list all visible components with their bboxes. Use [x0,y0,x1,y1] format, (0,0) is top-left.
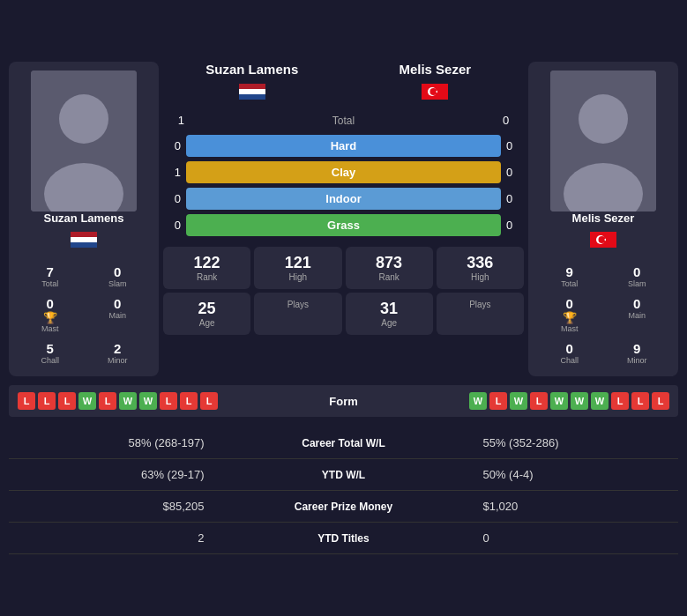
svg-rect-3 [71,232,97,237]
rank-high-row: 122 Rank 121 High 25 Age [163,247,524,335]
left-high-box: 121 High [254,247,341,289]
right-form: WLWLWWWLLL [379,392,670,410]
left-career-wl: 58% (268-197) [9,427,217,459]
right-titles: 0 [470,523,678,554]
left-form: LLLWLWWLLL [18,392,309,410]
left-indoor-val: 0 [163,192,181,205]
total-row: 1 Total 0 [163,114,524,127]
indoor-row: 0 Indoor 0 [163,188,524,210]
left-titles: 2 [9,523,217,554]
form-badge-w: W [78,392,96,410]
prize-row: $85,205 Career Prize Money $1,020 [9,491,678,523]
left-flag-center-icon [239,84,265,100]
left-mast-stat: 0 🏆 Mast [18,293,83,336]
form-badge-w: W [510,392,527,410]
form-badge-l: L [58,392,76,410]
left-player-stats: 7 Total 0 Slam 0 🏆 Mast 0 Main [18,262,150,367]
right-clay-val: 0 [506,166,524,179]
form-section-wrapper: LLLWLWWLLL Form WLWLWWWLLL [0,385,687,422]
right-total-stat: 9 Total [537,262,602,291]
right-slam-stat: 0 Slam [605,262,670,291]
form-badge-w: W [591,392,609,410]
right-player-name: Melis Sezer [572,212,635,225]
form-badge-l: L [18,392,35,410]
left-name-header: Suzan Lamens [163,62,341,77]
svg-rect-7 [239,89,265,94]
svg-point-14 [579,94,628,144]
left-rank-box: 122 Rank [163,247,250,289]
left-rh-section: 122 Rank 121 High [163,247,342,289]
left-main-stat: 0 Main [86,293,151,336]
left-ytd-wl: 63% (29-17) [9,459,217,491]
player-names-row: Suzan Lamens Melis Sezer [163,62,524,77]
right-hard-val: 0 [506,139,524,152]
form-badge-w: W [469,392,487,410]
right-total-val: 0 [503,114,524,127]
main-container: Suzan Lamens 7 Total 0 [0,53,687,563]
form-label: Form [309,395,379,408]
career-wl-row: 58% (268-197) Career Total W/L 55% (352-… [9,427,678,459]
left-grass-val: 0 [163,219,181,232]
titles-row: 2 YTD Titles 0 [9,523,678,554]
right-indoor-val: 0 [506,192,524,205]
right-age-box: 31 Age [346,293,433,335]
form-badge-w: W [119,392,137,410]
clay-row: 1 Clay 0 [163,161,524,183]
grass-badge: Grass [186,214,501,236]
left-total-val: 1 [163,114,184,127]
svg-rect-5 [71,242,97,248]
left-plays-box: Plays [254,293,341,335]
left-minor-stat: 2 Minor [86,338,151,367]
right-minor-stat: 9 Minor [605,338,670,367]
form-badge-l: L [611,392,629,410]
form-badge-l: L [631,392,649,410]
form-badge-l: L [38,392,56,410]
right-player-stats: 9 Total 0 Slam 0 🏆 Mast 0 Main [537,262,669,367]
svg-rect-8 [239,94,265,100]
right-mast-stat: 0 🏆 Mast [537,293,602,336]
total-surface-label: Total [190,115,497,127]
left-player-column: Suzan Lamens 7 Total 0 [9,62,159,376]
right-player-avatar [550,71,656,212]
ytd-wl-label: YTD W/L [217,459,471,491]
stats-table-wrapper: 58% (268-197) Career Total W/L 55% (352-… [0,427,687,563]
form-badge-l: L [99,392,116,410]
clay-badge: Clay [186,161,501,183]
right-name-header: Melis Sezer [347,62,525,77]
surfaces-area: 1 Total 0 0 Hard 0 1 Clay 0 0 [163,114,524,236]
form-badge-l: L [200,392,218,410]
right-chall-stat: 0 Chall [537,338,602,367]
form-badge-l: L [180,392,198,410]
hard-badge: Hard [186,135,501,157]
left-clay-val: 1 [163,166,181,179]
ytd-wl-row: 63% (29-17) YTD W/L 50% (4-4) [9,459,678,491]
right-career-wl: 55% (352-286) [470,427,678,459]
player-comparison: Suzan Lamens 7 Total 0 [0,53,687,385]
right-player-card: Melis Sezer 9 Total 0 [528,62,678,376]
form-badge-l: L [652,392,669,410]
svg-rect-4 [71,237,97,242]
right-rh-section: 873 Rank 336 High [346,247,525,289]
prize-label: Career Prize Money [217,491,471,523]
grass-row: 0 Grass 0 [163,214,524,236]
right-meta-col: 873 Rank 336 High 31 Age [346,247,525,335]
right-prize: $1,020 [470,491,678,523]
form-section: LLLWLWWLLL Form WLWLWWWLLL [9,385,678,417]
right-high-box: 336 High [437,247,524,289]
hard-row: 0 Hard 0 [163,135,524,157]
form-badge-l: L [489,392,507,410]
left-age-box: 25 Age [163,293,250,335]
flags-row [163,84,524,100]
form-badge-w: W [571,392,588,410]
left-player-card: Suzan Lamens 7 Total 0 [9,62,159,376]
center-column: Suzan Lamens Melis Sezer [163,62,524,335]
stats-table: 58% (268-197) Career Total W/L 55% (352-… [9,427,678,554]
right-player-column: Melis Sezer 9 Total 0 [528,62,678,376]
right-ytd-wl: 50% (4-4) [470,459,678,491]
left-player-avatar [31,71,137,212]
right-grass-val: 0 [506,219,524,232]
form-badge-l: L [530,392,548,410]
form-badge-l: L [160,392,177,410]
form-badge-w: W [550,392,568,410]
left-meta-col: 122 Rank 121 High 25 Age [163,247,342,335]
